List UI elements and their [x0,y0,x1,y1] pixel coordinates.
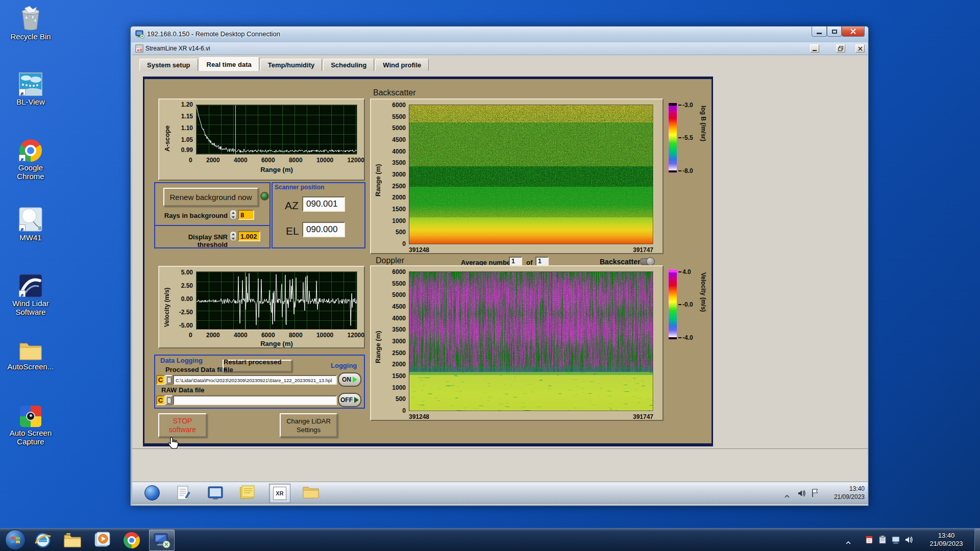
desktop-icon-autoscreen[interactable]: AutoScreen... [4,335,57,371]
tick-label: 1000 [383,217,406,224]
shortcut-arrow-icon [19,89,26,95]
tick-label: 4500 [383,303,406,310]
desktop-icon-auto-screen-capture[interactable]: Auto Screen Capture [4,402,57,446]
remote-volume-icon[interactable] [797,489,806,500]
tray-alert-icon[interactable] [865,535,874,544]
tick-label: -5.00 [172,322,193,329]
show-desktop-button[interactable] [974,529,980,551]
close-icon [858,46,863,51]
doppler-heatmap[interactable] [409,271,653,411]
tab-wind-profile[interactable]: Wind profile [375,59,429,71]
remote-app-icon[interactable] [208,485,224,502]
colorbar-gradient [668,103,677,173]
sl-restore-button[interactable] [836,44,845,53]
desktop-icon-recycle-bin[interactable]: Recycle Bin [4,5,57,41]
tray-expand-icon[interactable] [845,538,851,547]
tab-real-time-data[interactable]: Real time data [199,57,259,71]
desktop-icon-mw41[interactable]: MW41 [4,206,57,242]
velocity-plot[interactable] [196,271,357,330]
remote-clock[interactable]: 13:40 21/09/2023 [819,485,865,501]
tray-clipboard-icon[interactable] [878,535,887,544]
plot-cursor[interactable] [235,105,236,155]
rdp-window: 192.168.0.150 - Remote Desktop Connectio… [130,26,869,506]
tray-volume-icon[interactable] [904,535,914,544]
desktop: Recycle Bin BL-View Google Chrome MW41 W… [0,0,980,551]
tab-system-setup[interactable]: System setup [139,59,198,71]
tick-label: 1.15 [172,113,193,120]
tick-label: 2000 [383,361,406,368]
tick-label: 0 [383,240,406,247]
raw-logging-off-button[interactable]: OFF [338,393,361,407]
stop-software-button[interactable]: STOP software [158,413,207,437]
remote-start-button[interactable] [144,485,161,502]
background-group: Renew background now Rays in background … [154,182,271,226]
tick-label: 500 [383,229,406,236]
raw-browse-button[interactable] [165,395,173,405]
tick-label: 4000 [383,148,406,155]
backscatter-toggle-switch[interactable] [640,258,654,265]
file-icon [167,377,172,383]
remote-taskbar-streamline-app[interactable]: XR [269,484,290,503]
tab-label: Real time data [207,61,252,68]
snr-group: Display SNR threshold 1.002 [154,225,271,248]
taskbar-clock[interactable]: 13:40 21/09/2023 [921,532,972,548]
rdp-maximize-button[interactable] [827,27,842,37]
processed-logging-on-button[interactable]: ON [338,372,361,387]
taskbar-chrome-icon[interactable] [122,531,141,549]
rays-spinner[interactable] [230,210,237,220]
backscatter-graph-panel: Range (m) 6000 5500 5000 4500 4000 3500 … [370,98,664,254]
rdp-close-button[interactable] [842,27,865,37]
taskbar-ie-icon[interactable] [34,531,52,549]
restart-button-label: Restart processed file [224,358,291,373]
rdp-titlebar[interactable]: 192.168.0.150 - Remote Desktop Connectio… [131,27,868,42]
restart-processed-file-button[interactable]: Restart processed file [223,360,292,372]
tick-label: 0 [189,332,192,339]
folder-icon [18,335,43,361]
tick-label: 3000 [383,171,406,178]
remote-notes-icon[interactable] [239,485,256,502]
desktop-icon-bl-view[interactable]: BL-View [4,70,57,106]
doppler-y-ticks: 6000 5500 5000 4500 4000 3500 3000 2500 … [383,268,406,414]
az-value-field[interactable]: 090.001 [302,196,345,212]
rdp-minimize-button[interactable] [812,27,827,37]
tick-label: 2500 [383,349,406,357]
desktop-icon-wind-lidar[interactable]: Wind Lidar Software [4,272,57,316]
taskbar-rdp-app[interactable] [149,530,175,551]
tab-scheduling[interactable]: Scheduling [323,59,374,71]
snr-value: 1.002 [240,233,257,240]
processed-path-value: C:\Lidar\Data\Proc\2023\202309\20230921\… [176,378,332,383]
processed-path-field[interactable]: C:\Lidar\Data\Proc\2023\202309\20230921\… [173,375,337,385]
remote-notepad-icon[interactable] [176,485,192,502]
raw-path-field[interactable] [173,395,337,405]
taskbar-media-player-icon[interactable] [93,531,111,549]
sl-minimize-button[interactable] [810,44,819,53]
snr-spinner[interactable] [230,231,237,241]
change-lidar-settings-button[interactable]: Change LiDAR Settings [280,413,337,437]
tab-temp-humidity[interactable]: Temp/humidity [260,59,322,71]
sl-close-button[interactable] [855,44,865,53]
start-button[interactable] [5,530,26,550]
snr-value-field[interactable]: 1.002 [238,231,260,241]
tray-display-icon[interactable] [891,535,900,544]
scanner-position-title: Scanner position [275,184,324,191]
renew-background-button[interactable]: Renew background now [163,188,258,206]
tick-label: 1.05 [172,136,193,143]
drive-letter: C [158,376,163,384]
recycle-bin-icon [18,5,43,31]
ascope-plot[interactable] [196,105,357,155]
remote-folder-icon[interactable] [303,485,319,502]
raw-drive-selector[interactable]: C [156,395,165,405]
el-value-field[interactable]: 090.000 [302,222,345,237]
streamline-titlebar[interactable]: StreamLine XR v14-6.vi [132,42,868,55]
main-panel: A-scope 1.20 1.15 1.10 1.05 0.99 0 2000 [143,77,713,446]
processed-browse-button[interactable] [165,375,173,385]
desktop-icon-google-chrome[interactable]: Google Chrome [4,136,57,181]
renew-background-label: Renew background now [170,193,252,202]
ascope-x-axis-label: Range (m) [196,166,357,173]
tick-label: 3500 [383,326,406,333]
taskbar-explorer-icon[interactable] [63,531,82,549]
rays-value-field[interactable]: 8 [238,210,254,220]
backscatter-heatmap[interactable] [409,105,653,244]
processed-drive-selector[interactable]: C [156,375,165,385]
remote-tray-expand-icon[interactable] [784,491,790,500]
